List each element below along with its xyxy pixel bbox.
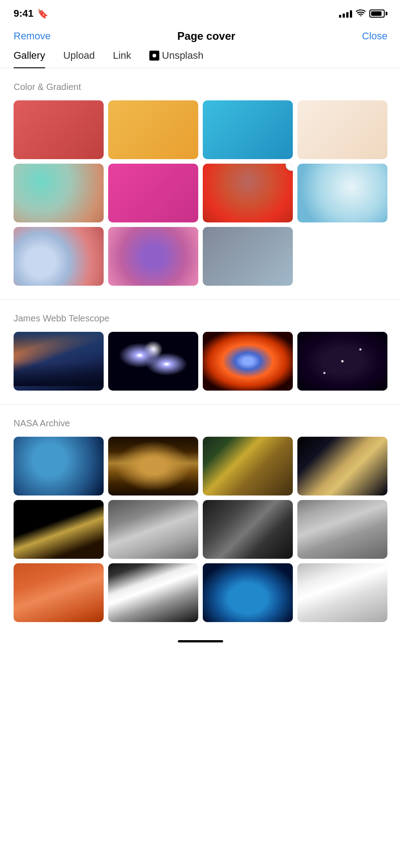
unsplash-icon	[149, 51, 159, 61]
color-tile-blue[interactable]	[203, 100, 293, 159]
color-gradient-grid	[0, 100, 401, 286]
nasa-tile-control[interactable]	[203, 500, 293, 559]
tab-unsplash[interactable]: Unsplash	[149, 50, 204, 68]
nasa-tile-lander[interactable]	[14, 500, 104, 559]
nasa-tile-mars[interactable]	[14, 563, 104, 622]
james-webb-grid	[0, 332, 401, 391]
color-gradient-header: Color & Gradient	[0, 68, 401, 100]
jwst-tile-2[interactable]	[108, 332, 198, 391]
color-tile-peach[interactable]	[297, 100, 387, 159]
color-tile-red[interactable]	[14, 100, 104, 159]
color-tile-purple-pink[interactable]	[108, 227, 198, 286]
bookmark-icon: 🔖	[37, 8, 48, 19]
remove-button[interactable]: Remove	[14, 30, 51, 42]
nasa-tile-moonwalk[interactable]	[108, 500, 198, 559]
home-indicator	[178, 640, 223, 642]
status-icons	[339, 9, 387, 19]
james-webb-header: James Webb Telescope	[0, 300, 401, 332]
nasa-tile-engine[interactable]	[108, 437, 198, 495]
home-indicator-area	[0, 622, 401, 651]
nasa-archive-header: NASA Archive	[0, 405, 401, 437]
nasa-tile-earth2[interactable]	[203, 563, 293, 622]
page-title: Page cover	[177, 30, 235, 42]
nasa-tile-shuttle[interactable]	[297, 563, 387, 622]
jwst-tile-3[interactable]	[203, 332, 293, 391]
color-tile-yellow[interactable]	[108, 100, 198, 159]
color-tile-teal-red[interactable]	[14, 164, 104, 222]
color-tile-blue-red[interactable]	[14, 227, 104, 286]
nasa-tile-launch[interactable]	[108, 563, 198, 622]
color-tile-gray-blue[interactable]	[203, 227, 293, 286]
status-bar: 9:41 🔖	[0, 0, 401, 25]
color-tile-light-blue[interactable]	[297, 164, 387, 222]
signal-bars-icon	[339, 9, 352, 18]
status-time: 9:41	[14, 8, 33, 19]
selected-indicator	[286, 164, 293, 171]
nav-bar: Remove Page cover Close	[0, 25, 401, 50]
tab-bar: Gallery Upload Link Unsplash	[0, 50, 401, 68]
nasa-tile-earth[interactable]	[14, 437, 104, 495]
tab-link[interactable]: Link	[113, 50, 131, 68]
nasa-tile-spacewalk[interactable]	[297, 437, 387, 495]
tab-gallery[interactable]: Gallery	[14, 50, 45, 68]
tab-upload[interactable]: Upload	[63, 50, 95, 68]
nasa-archive-grid	[0, 437, 401, 622]
close-button[interactable]: Close	[362, 30, 387, 42]
battery-icon	[369, 9, 387, 18]
nasa-tile-telescope[interactable]	[203, 437, 293, 495]
jwst-tile-1[interactable]	[14, 332, 104, 391]
nasa-tile-flyer[interactable]	[297, 500, 387, 559]
color-tile-red-orange[interactable]	[203, 164, 293, 222]
jwst-tile-4[interactable]	[297, 332, 387, 391]
svg-point-0	[360, 15, 362, 16]
color-tile-magenta[interactable]	[108, 164, 198, 222]
wifi-icon	[356, 9, 366, 19]
